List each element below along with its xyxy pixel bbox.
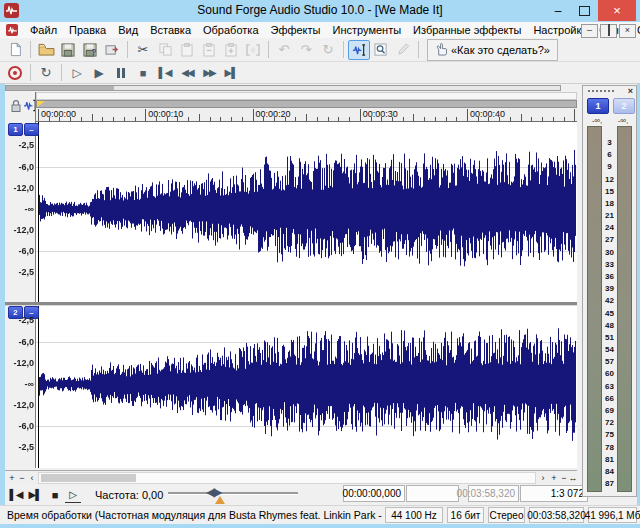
pointing-hand-icon [435, 43, 447, 56]
app-window: Sound Forge Audio Studio 10.0 - [We Made… [0, 0, 640, 528]
scroll-left-button[interactable]: ‹ [27, 472, 37, 484]
sample-rate-field[interactable]: 44 100 Hz [385, 507, 443, 523]
meter-scale-label: 69 [583, 406, 636, 415]
scrollbar-thumb[interactable] [41, 474, 136, 482]
ruler-label: 00:00:10 [148, 109, 183, 119]
magnify-tool-button[interactable] [370, 40, 392, 60]
meter-scale-label: 75 [583, 430, 636, 439]
how-to-button[interactable]: «Как это сделать?» [427, 39, 558, 61]
publish-button[interactable] [101, 40, 123, 60]
window-frame-bottom [0, 524, 640, 528]
channel-mode-field[interactable]: Стерео [488, 507, 525, 523]
play-button[interactable] [88, 63, 110, 83]
overview-bar[interactable] [36, 100, 577, 108]
repeat-button[interactable] [317, 40, 339, 60]
zoom-fit-button[interactable]: ↔ [568, 472, 578, 484]
menu-item[interactable]: Файл [24, 23, 63, 37]
copy-button[interactable] [154, 40, 176, 60]
playbar-stop-button[interactable] [47, 487, 63, 502]
paste-mix-button[interactable] [198, 40, 220, 60]
edit-tool-button[interactable] [348, 40, 370, 60]
meter-scale-label: 45 [583, 309, 636, 318]
window-title: Sound Forge Audio Studio 10.0 - [We Made… [0, 3, 640, 17]
playbar-play-button[interactable] [65, 487, 81, 503]
play-all-button[interactable] [66, 63, 88, 83]
mdi-minimize-button[interactable]: – [581, 24, 598, 38]
file-length-field: 00:03:58,320 [529, 507, 584, 523]
scrollbar-track[interactable] [38, 472, 536, 484]
document-icon[interactable] [6, 24, 18, 36]
open-button[interactable] [35, 40, 57, 60]
menu-item[interactable]: Вставка [144, 23, 197, 37]
zoom-in-button-2[interactable]: + [549, 472, 559, 484]
mdi-restore-button[interactable] [600, 24, 617, 38]
menubar: ФайлПравкаВидВставкаОбработкаЭффектыИнст… [0, 22, 640, 38]
meter-scale-label: 51 [583, 333, 636, 342]
paste-button[interactable] [176, 40, 198, 60]
peak-label-2: -∞, [612, 116, 634, 125]
menu-item[interactable]: Правка [63, 23, 112, 37]
maximize-button[interactable] [572, 0, 596, 21]
zoom-in-time-button[interactable]: + [7, 472, 17, 484]
undo-button[interactable] [273, 40, 295, 60]
pencil-tool-button[interactable] [392, 40, 414, 60]
forward-button[interactable] [198, 63, 220, 83]
separator [30, 64, 31, 81]
redo-button[interactable] [295, 40, 317, 60]
meter-scale-label: 48 [583, 321, 636, 330]
meter-scale-label: 9 [583, 162, 636, 171]
ruler-label: 00:00:20 [256, 109, 291, 119]
waveform-display[interactable] [36, 122, 577, 468]
svg-text:?: ? [91, 47, 96, 57]
panel-grip[interactable] [588, 90, 614, 92]
close-button[interactable]: × [598, 0, 636, 21]
zoom-ratio-field[interactable]: 1:3 072 [520, 485, 588, 502]
record-button[interactable] [4, 63, 26, 83]
menu-item[interactable]: Эффекты [265, 23, 327, 37]
go-to-start-button[interactable] [154, 63, 176, 83]
position-field[interactable]: 00:00:00,000 [343, 485, 405, 502]
selection-field[interactable] [406, 485, 459, 502]
playbar-go-start-button[interactable] [8, 487, 24, 502]
cut-button[interactable] [132, 40, 154, 60]
how-to-label: «Как это сделать?» [451, 44, 550, 56]
meters-close-icon[interactable]: × [628, 86, 633, 96]
menu-item[interactable]: Избранные эффекты [407, 23, 527, 37]
save-button[interactable] [57, 40, 79, 60]
pause-button[interactable] [110, 63, 132, 83]
save-as-button[interactable]: ? [79, 40, 101, 60]
meter-scale-label: 15 [583, 187, 636, 196]
scroll-right-button[interactable]: › [538, 472, 548, 484]
channel-1-minimize-button[interactable]: – [24, 123, 39, 136]
meter-channel-2-button[interactable]: 2 [613, 98, 635, 114]
rewind-button[interactable] [176, 63, 198, 83]
rate-slider-track[interactable] [168, 492, 298, 495]
loop-playback-button[interactable] [35, 63, 57, 83]
go-to-end-button[interactable] [220, 63, 242, 83]
minimize-button[interactable]: – [546, 0, 570, 21]
separator [127, 41, 128, 58]
time-ruler[interactable]: 00:00:0000:00:1000:00:2000:00:3000:00:40 [36, 108, 577, 122]
paste-new-button[interactable] [220, 40, 242, 60]
meter-scale-label: 87 [583, 479, 636, 488]
menu-item[interactable]: Обработка [197, 23, 264, 37]
overview-strip[interactable] [36, 92, 577, 100]
meter-scale-label: 54 [583, 345, 636, 354]
meter-scale-label: 24 [583, 223, 636, 232]
channel-divider[interactable] [5, 302, 577, 306]
menu-item[interactable]: Инструменты [327, 23, 408, 37]
meter-scale-label: 57 [583, 357, 636, 366]
playbar-go-end-button[interactable] [27, 487, 43, 502]
rate-label: Частота: 0,00 [95, 489, 163, 501]
mdi-close-button[interactable]: × [619, 24, 636, 38]
bit-depth-field[interactable]: 16 бит [447, 507, 484, 523]
trim-button[interactable] [242, 40, 264, 60]
channel-1-badge[interactable]: 1 [8, 123, 23, 136]
menu-item[interactable]: Вид [112, 23, 144, 37]
meter-channel-1-button[interactable]: 1 [587, 98, 609, 114]
transport-toolbar [0, 62, 640, 84]
new-file-button[interactable] [4, 40, 26, 60]
stop-button[interactable] [132, 63, 154, 83]
zoom-out-time-button[interactable]: − [17, 472, 27, 484]
db-scale-label: -2,5 [5, 267, 36, 277]
